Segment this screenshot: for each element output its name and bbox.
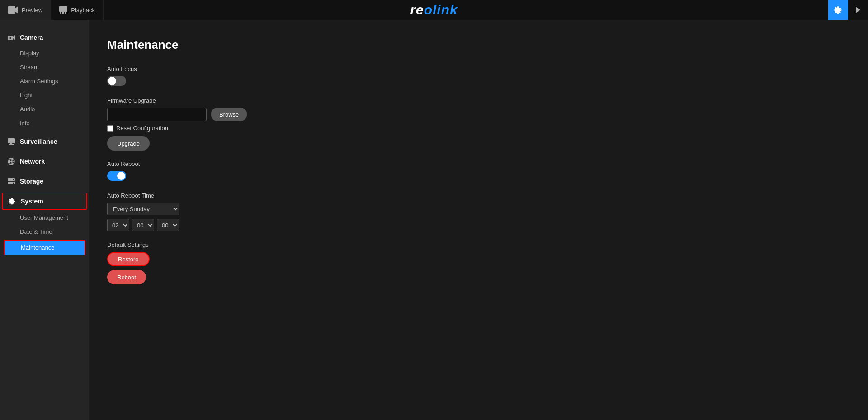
auto-reboot-section: Auto Reboot [107, 160, 850, 182]
svg-rect-12 [9, 144, 14, 145]
auto-reboot-toggle[interactable] [107, 171, 126, 181]
system-icon [8, 197, 16, 205]
auto-focus-toggle[interactable] [107, 76, 126, 86]
auto-focus-label: Auto Focus [107, 66, 850, 72]
upgrade-button[interactable]: Upgrade [107, 136, 150, 151]
preview-icon [8, 6, 18, 14]
settings-button[interactable] [828, 0, 848, 20]
svg-point-20 [13, 183, 14, 184]
reset-config-row: Reset Configuration [107, 125, 850, 132]
sidebar-category-camera[interactable]: Camera [0, 29, 89, 46]
playback-icon [59, 6, 67, 14]
auto-reboot-time-label: Auto Reboot Time [107, 192, 850, 199]
logo: reolink [410, 2, 458, 18]
svg-rect-4 [62, 12, 64, 14]
sidebar-section-surveillance: Surveillance [0, 133, 89, 150]
sidebar-category-surveillance[interactable]: Surveillance [0, 133, 89, 150]
sidebar-item-alarm-settings[interactable]: Alarm Settings [0, 74, 89, 88]
default-settings-label: Default Settings [107, 241, 850, 248]
sidebar-item-audio[interactable]: Audio [0, 102, 89, 116]
auto-focus-section: Auto Focus [107, 66, 850, 87]
sidebar-section-system: System User Management Date & Time Maint… [0, 193, 89, 255]
auto-reboot-label: Auto Reboot [107, 160, 850, 167]
firmware-file-row: Browse [107, 108, 850, 121]
forward-button[interactable] [848, 0, 868, 20]
reboot-hour-select[interactable]: 02 00 01 03 04 [107, 219, 129, 231]
playback-button[interactable]: Playback [51, 0, 104, 20]
storage-icon [7, 177, 15, 185]
sidebar-item-date-time[interactable]: Date & Time [0, 225, 89, 239]
svg-marker-6 [856, 7, 860, 13]
sidebar-camera-label: Camera [20, 34, 43, 41]
page-title: Maintenance [107, 38, 850, 52]
svg-rect-0 [8, 6, 15, 14]
sidebar-category-storage[interactable]: Storage [0, 173, 89, 190]
gear-icon [834, 6, 842, 14]
reboot-button[interactable]: Reboot [107, 270, 146, 284]
svg-rect-2 [59, 6, 67, 12]
sidebar-category-system[interactable]: System [2, 193, 87, 210]
sidebar-item-light[interactable]: Light [0, 88, 89, 102]
sidebar-network-label: Network [20, 158, 45, 165]
svg-marker-1 [15, 6, 18, 14]
firmware-upgrade-label: Firmware Upgrade [107, 97, 850, 104]
svg-point-9 [9, 37, 12, 39]
svg-rect-10 [8, 138, 15, 143]
svg-rect-5 [65, 12, 66, 14]
sidebar-item-stream[interactable]: Stream [0, 60, 89, 74]
sidebar-surveillance-label: Surveillance [20, 138, 57, 145]
sidebar: Camera Display Stream Alarm Settings Lig… [0, 20, 89, 420]
sidebar-section-network: Network [0, 153, 89, 170]
sidebar-system-label: System [21, 198, 43, 205]
auto-focus-knob [108, 77, 116, 85]
svg-point-19 [13, 179, 14, 180]
topbar: Preview Playback reolink [0, 0, 868, 20]
reboot-second-select[interactable]: 00 15 30 45 [157, 219, 179, 231]
sidebar-item-info[interactable]: Info [0, 116, 89, 130]
firmware-upgrade-section: Firmware Upgrade Browse Reset Configurat… [107, 97, 850, 151]
sidebar-item-maintenance[interactable]: Maintenance [4, 240, 85, 255]
svg-rect-3 [60, 12, 61, 14]
reboot-day-select[interactable]: Every Sunday Every Monday Every Tuesday … [107, 203, 179, 215]
restore-button[interactable]: Restore [107, 252, 150, 266]
forward-icon [855, 7, 861, 13]
browse-button[interactable]: Browse [211, 108, 247, 121]
main-layout: Camera Display Stream Alarm Settings Lig… [0, 20, 868, 420]
camera-icon [7, 33, 15, 42]
auto-reboot-knob [117, 172, 125, 180]
sidebar-item-display[interactable]: Display [0, 46, 89, 60]
preview-label: Preview [22, 7, 42, 14]
sidebar-item-user-management[interactable]: User Management [0, 211, 89, 225]
preview-button[interactable]: Preview [0, 0, 51, 20]
network-icon [7, 157, 15, 165]
content-area: Maintenance Auto Focus Firmware Upgrade … [89, 20, 868, 420]
default-settings-section: Default Settings Restore Reboot [107, 241, 850, 284]
playback-label: Playback [71, 7, 95, 14]
surveillance-icon [7, 137, 15, 146]
reboot-time-row: 02 00 01 03 04 00 15 30 45 00 15 30 45 [107, 219, 850, 231]
svg-marker-8 [13, 35, 15, 40]
sidebar-storage-label: Storage [20, 178, 43, 185]
firmware-file-input[interactable] [107, 108, 207, 121]
sidebar-section-camera: Camera Display Stream Alarm Settings Lig… [0, 29, 89, 130]
reset-config-label: Reset Configuration [116, 125, 168, 132]
topbar-left: Preview Playback [0, 0, 104, 20]
reset-config-checkbox[interactable] [107, 125, 113, 132]
sidebar-category-network[interactable]: Network [0, 153, 89, 170]
sidebar-section-storage: Storage [0, 173, 89, 190]
topbar-right [828, 0, 868, 20]
auto-reboot-time-section: Auto Reboot Time Every Sunday Every Mond… [107, 192, 850, 231]
reboot-minute-select[interactable]: 00 15 30 45 [132, 219, 154, 231]
